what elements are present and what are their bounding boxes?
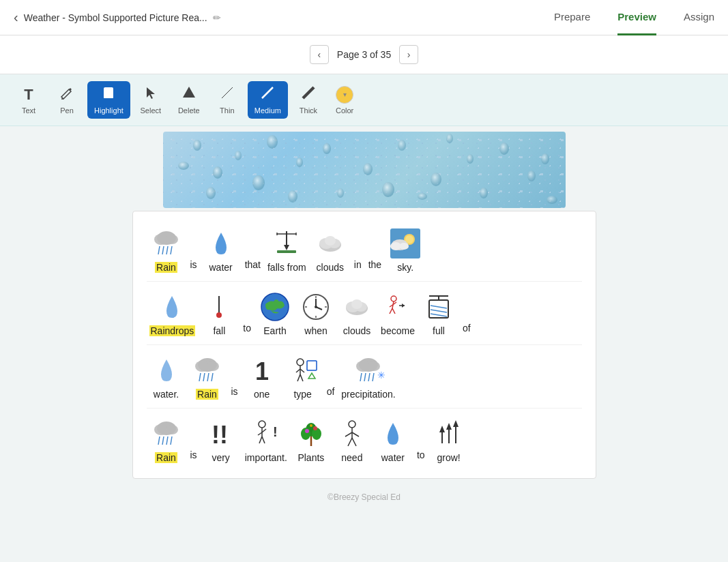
highlight-tool-button[interactable]: Highlight [87,81,130,119]
header-left: ‹ Weather - Symbol Supported Picture Rea… [14,10,221,25]
prev-page-button[interactable]: ‹ [310,45,329,64]
svg-point-18 [499,143,509,155]
word-become: become [381,290,415,336]
word-precipitation: ✳ precipitation. [341,353,395,400]
svg-point-22 [206,187,216,199]
svg-line-132 [352,432,359,437]
word-text-earth: Earth [263,325,286,336]
svg-line-119 [259,437,262,443]
word-earth: Earth [258,290,292,336]
svg-line-110 [158,437,160,445]
nav-assign[interactable]: Assign [684,0,714,35]
page-label: Page 3 of 35 [337,49,391,60]
symbol-precipitation: ✳ [351,353,385,387]
svg-line-111 [162,437,164,445]
symbol-falls-from [270,226,304,261]
highlight-tool-label: Highlight [94,106,123,115]
svg-line-112 [166,437,168,445]
color-tool-button[interactable]: ▾ Color [329,82,360,119]
thick-tool-button[interactable]: Thick [291,81,326,119]
sentence-3: water. Rain is [147,345,582,409]
svg-line-133 [348,438,352,446]
svg-point-24 [547,196,557,204]
word-text-type: type [293,389,311,400]
word-fall: fall [202,290,236,336]
svg-line-35 [166,246,168,254]
word-to-2: to [243,323,251,336]
rain-photo [163,132,566,208]
svg-marker-76 [402,304,405,308]
symbol-water-drop [204,226,238,261]
delete-icon [181,85,196,104]
pen-tool-button[interactable]: Pen [49,81,85,119]
symbol-water-3 [376,417,410,451]
word-one: 1 one [245,353,279,400]
page-navigation: ‹ Page 3 of 35 › [0,35,728,74]
svg-line-105 [373,373,374,381]
edit-icon[interactable]: ✏ [213,12,221,23]
svg-line-4 [222,87,233,98]
app-header: ‹ Weather - Symbol Supported Picture Rea… [0,0,728,35]
svg-line-103 [364,373,366,381]
pen-tool-label: Pen [60,106,74,115]
word-text-very: very [212,452,229,463]
footer-credit: ©Breezy Special Ed [327,479,401,502]
svg-line-93 [296,369,300,372]
word-text-clouds-1: clouds [317,262,344,273]
svg-point-8 [235,151,242,160]
svg-point-115 [259,421,265,428]
sentence-2: Raindrops fall to [147,282,582,345]
symbol-one: 1 [245,353,279,387]
symbol-plants [294,417,328,451]
symbol-drop-2 [149,353,184,387]
word-text-precipitation: precipitation. [341,389,395,400]
next-page-button[interactable]: › [399,45,418,64]
svg-point-12 [323,143,331,154]
sentence-4: Rain is !! very [147,409,582,471]
thin-tool-button[interactable]: Thin [209,81,245,119]
svg-line-74 [394,302,396,304]
word-grow: grow! [432,417,466,463]
svg-point-11 [296,158,303,167]
word-text-plants: Plants [297,452,324,463]
svg-rect-2 [104,96,113,98]
delete-tool-button[interactable]: Delete [171,81,207,119]
medium-line-icon [260,85,275,104]
svg-line-5 [262,87,273,98]
svg-text:!: ! [273,424,278,439]
svg-line-113 [171,437,172,445]
svg-point-15 [398,140,406,151]
symbol-raindrop [155,290,189,324]
drawing-toolbar: T Text Pen Highlight Select Delete Thin [0,74,728,126]
svg-point-69 [391,296,396,301]
highlight-icon [101,85,116,104]
select-tool-button[interactable]: Select [133,81,169,119]
word-text-falls-from: falls from [267,262,306,273]
svg-point-85 [207,361,219,371]
word-plants: Plants [294,417,328,463]
svg-text:✳: ✳ [377,370,385,381]
word-text-rain-2: Rain [196,389,218,400]
word-text-water-2: water. [154,389,179,400]
word-type: type [286,353,320,400]
svg-line-94 [300,369,304,372]
select-icon [143,85,158,104]
text-tool-button[interactable]: T Text [11,82,46,119]
svg-point-127 [313,426,317,430]
word-clouds-2: clouds [340,290,374,336]
medium-tool-button[interactable]: Medium [248,81,288,119]
svg-line-96 [300,374,303,381]
medium-tool-label: Medium [254,106,281,115]
svg-marker-38 [284,245,289,250]
content-area: Rain is water that [0,126,728,529]
word-that: that [245,259,261,273]
nav-preview[interactable]: Preview [617,0,656,35]
back-button[interactable]: ‹ [14,10,18,25]
svg-point-51 [399,243,409,250]
nav-prepare[interactable]: Prepare [554,0,590,35]
symbol-clock [299,290,333,324]
word-text-fall: fall [213,325,225,336]
word-is-1: is [190,259,197,273]
symbol-rain-2 [190,353,224,387]
word-is-3: is [231,386,238,400]
